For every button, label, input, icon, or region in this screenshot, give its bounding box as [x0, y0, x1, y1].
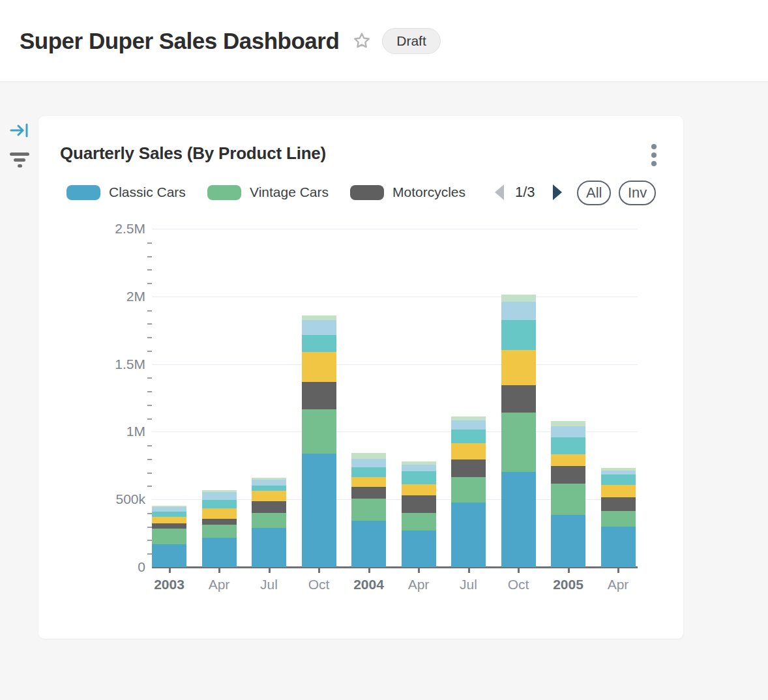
bar-segment[interactable] [252, 491, 286, 501]
bar-segment[interactable] [601, 485, 636, 497]
bar-segment[interactable] [202, 508, 237, 519]
bar-segment[interactable] [302, 382, 336, 410]
bar-segment[interactable] [551, 484, 585, 515]
bar-apr-1[interactable] [202, 490, 237, 567]
x-axis-tick [269, 567, 271, 573]
y-axis-minor-tick [147, 337, 152, 338]
bar-segment[interactable] [351, 487, 386, 499]
filter-button[interactable] [0, 145, 38, 173]
page-title: Super Duper Sales Dashboard [20, 28, 339, 54]
bar-segment[interactable] [551, 437, 585, 454]
x-axis-tick [169, 567, 171, 573]
bar-segment[interactable] [601, 471, 636, 475]
bar-segment[interactable] [551, 421, 585, 426]
bar-segment[interactable] [351, 499, 386, 520]
x-axis-tick [617, 567, 619, 573]
side-toolbar [0, 116, 38, 173]
bar-segment[interactable] [551, 454, 585, 466]
bar-segment[interactable] [601, 511, 636, 527]
y-axis-minor-tick [147, 351, 152, 352]
bar-segment[interactable] [501, 385, 536, 413]
bar-segment[interactable] [152, 517, 186, 523]
bar-segment[interactable] [202, 519, 237, 525]
bar-segment[interactable] [152, 507, 186, 512]
y-axis-minor-tick [147, 459, 152, 460]
bar-segment[interactable] [451, 459, 486, 477]
bar-segment[interactable] [501, 350, 536, 385]
y-axis-minor-tick [147, 527, 152, 528]
y-axis-tick-label: 1.5M [87, 357, 145, 372]
y-axis-minor-tick [147, 391, 152, 392]
bar-segment[interactable] [202, 492, 237, 500]
bar-segment[interactable] [351, 459, 386, 467]
bar-segment[interactable] [252, 480, 286, 486]
bar-oct-3[interactable] [302, 315, 336, 567]
bar-segment[interactable] [451, 503, 486, 567]
bar-apr-9[interactable] [601, 468, 636, 567]
bar-segment[interactable] [302, 352, 336, 381]
bar-segment[interactable] [501, 413, 536, 472]
y-axis-minor-tick [147, 323, 152, 325]
stacked-bar-chart: 0500k1M1.5M2M2.5M2003AprJulOct2004AprJul… [38, 116, 683, 639]
bar-segment[interactable] [202, 525, 237, 538]
y-axis-minor-tick [147, 256, 152, 257]
y-axis-minor-tick [147, 242, 152, 244]
bar-segment[interactable] [601, 474, 636, 485]
bar-segment[interactable] [302, 315, 336, 320]
bar-segment[interactable] [402, 484, 436, 495]
bar-segment[interactable] [451, 443, 486, 459]
bar-segment[interactable] [351, 477, 386, 487]
star-outline-icon [351, 31, 372, 51]
bar-segment[interactable] [551, 426, 585, 437]
bar-segment[interactable] [402, 495, 436, 513]
bar-oct-7[interactable] [501, 295, 536, 567]
bar-jul-2[interactable] [252, 478, 286, 567]
bar-segment[interactable] [302, 409, 336, 454]
x-axis-tick [568, 567, 570, 573]
favorite-star-button[interactable] [351, 30, 373, 52]
bar-segment[interactable] [152, 529, 186, 544]
bar-segment[interactable] [551, 515, 585, 567]
bar-segment[interactable] [302, 335, 336, 353]
y-axis-minor-tick [147, 405, 152, 406]
y-axis-minor-tick [147, 283, 152, 284]
bar-segment[interactable] [152, 512, 186, 517]
x-axis-tick [368, 567, 370, 573]
bar-segment[interactable] [451, 420, 486, 430]
bar-segment[interactable] [351, 453, 386, 459]
bar-segment[interactable] [551, 466, 585, 484]
bar-2003-0[interactable] [152, 506, 186, 567]
bar-segment[interactable] [202, 500, 237, 508]
bar-jul-6[interactable] [451, 416, 486, 567]
bar-segment[interactable] [351, 467, 386, 477]
bar-segment[interactable] [501, 295, 536, 302]
bar-segment[interactable] [501, 472, 536, 567]
y-axis-tick-label: 500k [87, 491, 145, 507]
bar-segment[interactable] [402, 531, 436, 567]
bar-segment[interactable] [451, 477, 486, 503]
bar-segment[interactable] [402, 471, 436, 484]
bar-segment[interactable] [302, 320, 336, 335]
bar-segment[interactable] [202, 538, 237, 567]
bar-segment[interactable] [152, 544, 186, 567]
bar-segment[interactable] [351, 521, 386, 567]
y-axis-minor-tick [147, 513, 152, 514]
bar-segment[interactable] [252, 501, 286, 513]
bar-segment[interactable] [252, 528, 286, 567]
bar-segment[interactable] [501, 302, 536, 320]
bar-segment[interactable] [402, 513, 436, 531]
bar-2004-4[interactable] [351, 453, 386, 567]
bar-segment[interactable] [252, 513, 286, 528]
bar-segment[interactable] [501, 320, 536, 351]
bar-2005-8[interactable] [551, 421, 585, 567]
bar-segment[interactable] [252, 486, 286, 491]
bar-segment[interactable] [402, 465, 436, 471]
bar-segment[interactable] [302, 454, 336, 567]
collapse-panel-button[interactable] [0, 116, 38, 145]
bar-segment[interactable] [601, 497, 636, 511]
bar-apr-5[interactable] [402, 461, 436, 567]
x-axis-tick [468, 567, 470, 573]
bar-segment[interactable] [451, 430, 486, 443]
bar-segment[interactable] [601, 527, 636, 567]
bar-segment[interactable] [152, 523, 186, 529]
